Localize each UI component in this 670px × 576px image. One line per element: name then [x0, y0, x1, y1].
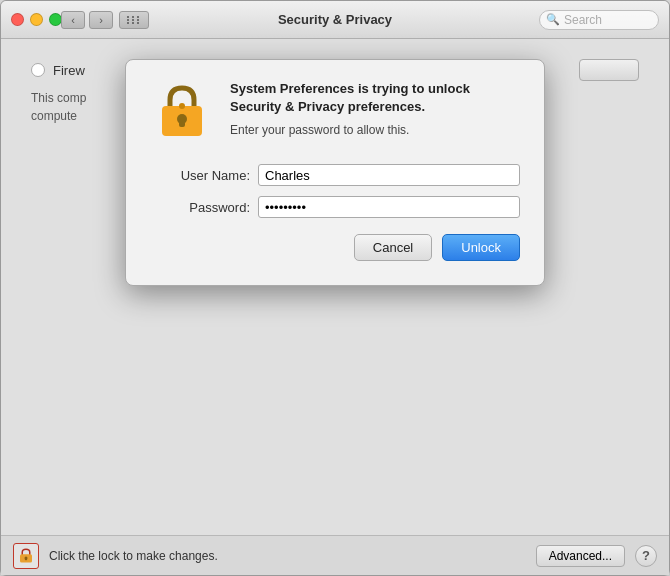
back-button[interactable]: ‹ [61, 11, 85, 29]
advanced-button[interactable]: Advanced... [536, 545, 625, 567]
svg-rect-6 [25, 557, 27, 559]
dialog-header: System Preferences is trying to unlock S… [150, 80, 520, 144]
bottom-lock-text: Click the lock to make changes. [49, 549, 526, 563]
bottom-bar: Click the lock to make changes. Advanced… [1, 535, 669, 575]
svg-rect-2 [179, 119, 185, 127]
lock-button[interactable] [13, 543, 39, 569]
close-button[interactable] [11, 13, 24, 26]
titlebar: ‹ › Security & Privacy 🔍 Search [1, 1, 669, 39]
minimize-button[interactable] [30, 13, 43, 26]
search-icon: 🔍 [546, 13, 560, 26]
search-box[interactable]: 🔍 Search [539, 10, 659, 30]
lock-icon [150, 80, 214, 144]
password-input[interactable] [258, 196, 520, 218]
username-row: User Name: [150, 164, 520, 186]
content-area: Firew This comp compute [1, 39, 669, 535]
username-label: User Name: [150, 168, 250, 183]
grid-icon [127, 16, 141, 24]
unlock-button[interactable]: Unlock [442, 234, 520, 261]
window-title: Security & Privacy [278, 12, 392, 27]
nav-buttons: ‹ › [61, 11, 113, 29]
search-placeholder: Search [564, 13, 602, 27]
password-row: Password: [150, 196, 520, 218]
lock-small-icon [17, 547, 35, 565]
password-label: Password: [150, 200, 250, 215]
help-button[interactable]: ? [635, 545, 657, 567]
forward-button[interactable]: › [89, 11, 113, 29]
dialog-buttons: Cancel Unlock [150, 234, 520, 261]
traffic-lights [11, 13, 62, 26]
dialog-header-text: System Preferences is trying to unlock S… [230, 80, 520, 144]
auth-dialog: System Preferences is trying to unlock S… [125, 59, 545, 286]
main-window: ‹ › Security & Privacy 🔍 Search Firew Th… [0, 0, 670, 576]
grid-view-button[interactable] [119, 11, 149, 29]
svg-point-3 [179, 103, 185, 109]
username-input[interactable] [258, 164, 520, 186]
dialog-title: System Preferences is trying to unlock S… [230, 80, 520, 116]
cancel-button[interactable]: Cancel [354, 234, 432, 261]
dialog-subtitle: Enter your password to allow this. [230, 122, 520, 139]
dialog-overlay: System Preferences is trying to unlock S… [1, 39, 669, 535]
